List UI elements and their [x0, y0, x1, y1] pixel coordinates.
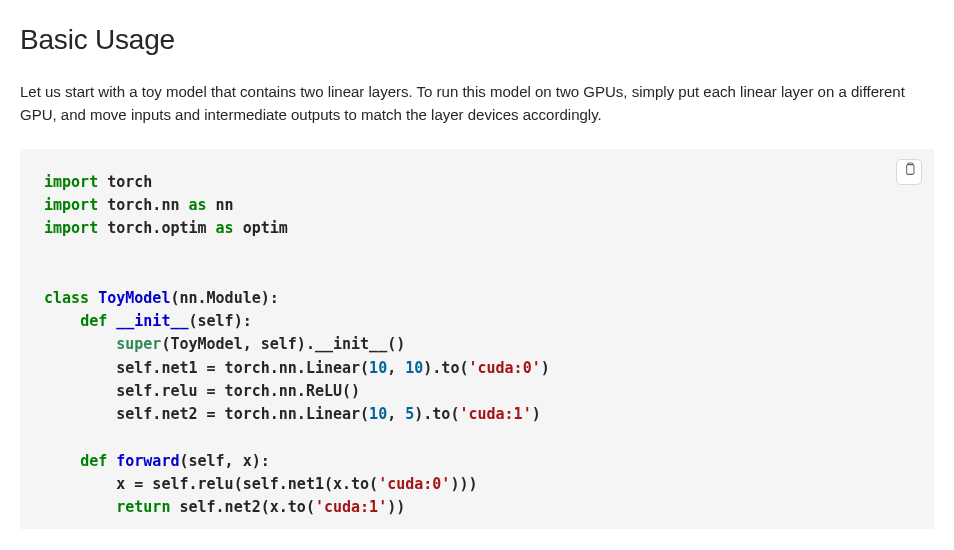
code-content: import torch import torch.nn as nn impor… — [44, 171, 910, 520]
section-heading: Basic Usage — [20, 24, 934, 56]
copy-button[interactable] — [896, 159, 922, 185]
svg-rect-0 — [906, 165, 913, 175]
page: Basic Usage Let us start with a toy mode… — [0, 0, 954, 529]
clipboard-icon — [903, 162, 916, 181]
code-block: import torch import torch.nn as nn impor… — [20, 149, 934, 530]
intro-paragraph: Let us start with a toy model that conta… — [20, 80, 934, 127]
